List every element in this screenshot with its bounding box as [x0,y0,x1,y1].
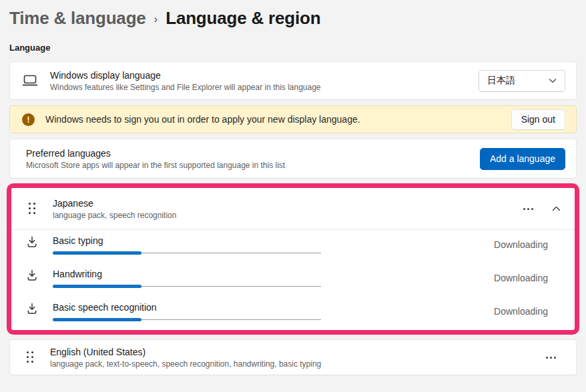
breadcrumb: Time & language › Language & region [9,8,577,29]
download-label: Basic speech recognition [53,302,494,313]
download-progressbar [53,251,321,255]
laptop-icon [10,73,50,88]
signout-warning-banner: ! Windows needs to sign you out in order… [9,105,577,133]
section-label-language: Language [9,43,577,53]
display-language-subtitle: Windows features like Settings and File … [50,83,472,92]
drag-handle-icon[interactable] [11,203,53,215]
breadcrumb-parent[interactable]: Time & language [9,8,146,29]
download-status: Downloading [494,269,548,283]
preferred-languages-title: Preferred languages [26,148,473,159]
japanese-language-row: Japanese language pack, speech recogniti… [11,188,575,229]
english-language-row: English (United States) language pack, t… [9,339,577,375]
sign-out-button[interactable]: Sign out [511,109,565,130]
add-language-button[interactable]: Add a language [480,148,565,170]
more-options-icon[interactable] [519,199,537,218]
display-language-selected: 日本語 [487,75,515,87]
chevron-down-icon [549,78,557,83]
japanese-title: Japanese [53,198,512,209]
download-progressbar [53,285,321,288]
download-progressbar [53,318,321,321]
preferred-languages-card: Preferred languages Microsoft Store apps… [9,139,577,179]
display-language-card: Windows display language Windows feature… [9,61,577,100]
japanese-card-highlight: Japanese language pack, speech recogniti… [7,183,579,335]
download-status: Downloading [494,235,548,250]
more-options-icon[interactable] [541,348,560,367]
download-row-basic-typing: Basic typing Downloading [11,230,575,263]
chevron-up-icon[interactable] [547,199,565,218]
download-label: Basic typing [53,235,494,246]
english-title: English (United States) [50,347,535,357]
preferred-languages-subtitle: Microsoft Store apps will appear in the … [26,161,473,170]
display-language-title: Windows display language [50,70,472,81]
download-row-basic-speech-recognition: Basic speech recognition Downloading [11,297,575,330]
download-icon [11,302,53,315]
drag-handle-icon[interactable] [10,351,50,363]
page-title: Language & region [166,8,320,29]
download-icon [11,269,53,282]
download-icon [11,235,53,249]
english-subtitle: language pack, text-to-speech, speech re… [50,359,535,369]
settings-page: Time & language › Language & region Lang… [0,0,586,375]
warning-icon: ! [22,113,35,126]
download-label: Handwriting [53,269,494,279]
japanese-subtitle: language pack, speech recognition [53,211,512,220]
breadcrumb-separator: › [154,11,158,26]
download-status: Downloading [494,302,548,317]
display-language-dropdown[interactable]: 日本語 [479,70,565,92]
signout-warning-message: Windows needs to sign you out in order t… [45,114,511,125]
download-row-handwriting: Handwriting Downloading [11,263,575,297]
